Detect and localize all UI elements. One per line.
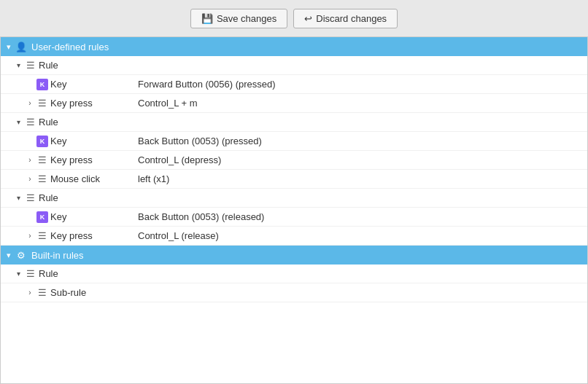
rule3-key-spacer (24, 211, 36, 223)
rule1-keypress-chevron[interactable]: › (24, 98, 36, 109)
built-in-label: Built-in rules (31, 250, 84, 261)
rule2-mouseclick-label: Mouse click (50, 173, 138, 184)
rule1-collapse-chevron[interactable]: ▾ (12, 60, 24, 71)
rule1-key-icon: K (36, 78, 49, 91)
built-in-section-header[interactable]: ▾ ⚙ Built-in rules (1, 246, 587, 265)
toolbar: 💾 Save changes ↩ Discard changes (0, 0, 588, 36)
rule3-collapse-chevron[interactable]: ▾ (12, 192, 24, 204)
rule2-keypress-chevron[interactable]: › (24, 154, 36, 166)
rule1-key-spacer (24, 79, 36, 90)
rule3-keypress-list-icon: ☰ (36, 230, 49, 243)
save-label: Save changes (217, 13, 276, 24)
rule2-keypress-label: Key press (50, 154, 138, 165)
rule2-key-value: Back Button (0053) (pressed) (138, 136, 262, 146)
rule3-row[interactable]: ▾ ☰ Rule (1, 189, 587, 208)
builtin-subrule-row[interactable]: › ☰ Sub-rule (1, 283, 587, 302)
rule1-row[interactable]: ▾ ☰ Rule (1, 56, 587, 75)
rule1-keypress-list-icon: ☰ (36, 97, 49, 110)
rule2-key-spacer (24, 136, 36, 147)
save-icon: 💾 (201, 13, 213, 24)
rule3-keypress-chevron[interactable]: › (24, 230, 36, 242)
user-defined-section-header[interactable]: ▾ 👤 User-defined rules (1, 37, 587, 56)
rule3-list-icon: ☰ (24, 192, 37, 205)
rule3-key-row[interactable]: K Key Back Button (0053) (released) (1, 208, 587, 227)
rule2-keypress-row[interactable]: › ☰ Key press Control_L (depress) (1, 151, 587, 170)
builtin-subrule-chevron[interactable]: › (24, 287, 36, 299)
rule2-row[interactable]: ▾ ☰ Rule (1, 113, 587, 132)
tree-container: ▾ 👤 User-defined rules ▾ ☰ Rule K Key Fo… (0, 36, 588, 384)
rule1-key-row[interactable]: K Key Forward Button (0056) (pressed) (1, 75, 587, 94)
rule2-key-icon: K (36, 135, 49, 148)
rule2-key-label: Key (50, 136, 138, 146)
rule2-mouseclick-value: left (x1) (138, 173, 169, 184)
rule2-mouseclick-row[interactable]: › ☰ Mouse click left (x1) (1, 170, 587, 189)
rule2-mouseclick-list-icon: ☰ (36, 173, 49, 186)
rule1-key-value: Forward Button (0056) (pressed) (138, 79, 276, 90)
builtin-rule1-label: Rule (39, 268, 126, 279)
discard-label: Discard changes (316, 13, 387, 24)
rule2-keypress-value: Control_L (depress) (138, 154, 221, 165)
rule1-list-icon: ☰ (24, 59, 37, 72)
user-defined-label: User-defined rules (31, 42, 109, 52)
rule3-label: Rule (39, 192, 126, 203)
rule3-key-value: Back Button (0053) (released) (138, 211, 264, 222)
user-defined-icon: 👤 (15, 41, 27, 52)
rule2-mouseclick-chevron[interactable]: › (24, 173, 36, 185)
rule3-key-icon: K (36, 211, 49, 224)
builtin-subrule-label: Sub-rule (50, 287, 138, 298)
rule3-keypress-label: Key press (50, 230, 138, 241)
rule2-key-row[interactable]: K Key Back Button (0053) (pressed) (1, 132, 587, 151)
rule1-label: Rule (39, 60, 126, 71)
built-in-gear-icon: ⚙ (15, 249, 27, 261)
discard-icon: ↩ (304, 13, 312, 24)
discard-changes-button[interactable]: ↩ Discard changes (293, 9, 398, 28)
rule1-keypress-value: Control_L + m (138, 98, 198, 109)
builtin-rule1-list-icon: ☰ (24, 267, 37, 281)
save-changes-button[interactable]: 💾 Save changes (190, 9, 287, 28)
rule1-keypress-label: Key press (50, 98, 138, 109)
rule3-key-label: Key (50, 211, 138, 222)
rule2-collapse-chevron[interactable]: ▾ (12, 117, 24, 128)
built-in-collapse-chevron: ▾ (7, 251, 11, 260)
rule3-keypress-row[interactable]: › ☰ Key press Control_L (release) (1, 227, 587, 246)
rule2-keypress-list-icon: ☰ (36, 154, 49, 167)
rule3-keypress-value: Control_L (release) (138, 230, 219, 241)
rule1-keypress-row[interactable]: › ☰ Key press Control_L + m (1, 94, 587, 113)
builtin-rule1-collapse-chevron[interactable]: ▾ (12, 268, 24, 280)
section-collapse-chevron: ▾ (7, 42, 11, 52)
rule1-key-label: Key (50, 79, 138, 90)
rule2-list-icon: ☰ (24, 116, 37, 129)
builtin-subrule-list-icon: ☰ (36, 286, 49, 299)
builtin-rule1-row[interactable]: ▾ ☰ Rule (1, 265, 587, 283)
rule2-label: Rule (39, 117, 126, 128)
